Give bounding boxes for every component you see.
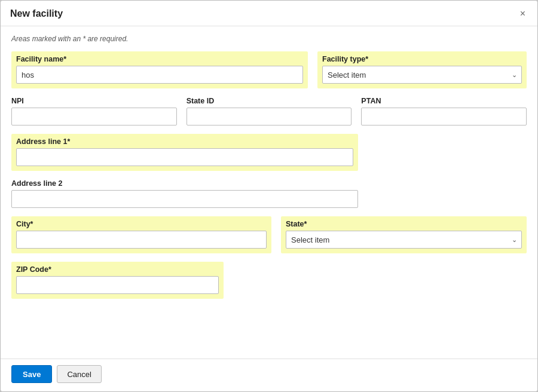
npi-input[interactable]	[11, 108, 177, 125]
address-line2-input[interactable]	[11, 190, 358, 208]
facility-name-type-row: Facility name* Facility type* Select ite…	[11, 51, 527, 88]
zip-code-input[interactable]	[16, 276, 219, 294]
npi-label: NPI	[11, 97, 177, 105]
state-id-group: State ID	[187, 97, 352, 125]
facility-name-input[interactable]	[16, 66, 303, 84]
city-label: City*	[16, 220, 267, 228]
address1-row: Address line 1*	[11, 134, 527, 171]
zip-row: ZIP Code*	[11, 262, 527, 299]
state-id-label: State ID	[187, 97, 352, 105]
facility-type-select[interactable]: Select item	[322, 66, 522, 84]
modal-overlay: New facility × Areas marked with an * ar…	[0, 0, 538, 392]
save-button[interactable]: Save	[11, 365, 52, 383]
new-facility-modal: New facility × Areas marked with an * ar…	[0, 0, 538, 392]
ptan-group: PTAN	[361, 97, 527, 125]
state-label: State*	[286, 220, 522, 228]
address-line1-label: Address line 1*	[16, 137, 353, 146]
facility-type-select-wrapper: Select item ⌄	[322, 66, 522, 84]
npi-group: NPI	[11, 97, 177, 125]
city-group: City*	[11, 216, 271, 253]
state-select[interactable]: Select item	[286, 231, 522, 249]
facility-type-group: Facility type* Select item ⌄	[317, 51, 527, 88]
state-group: State* Select item ⌄	[281, 216, 527, 253]
city-state-row: City* State* Select item ⌄	[11, 216, 527, 253]
facility-type-label: Facility type*	[322, 55, 522, 63]
address-line2-label: Address line 2	[11, 179, 358, 188]
state-select-wrapper: Select item ⌄	[286, 231, 522, 249]
facility-name-label: Facility name*	[16, 55, 303, 63]
modal-footer: Save Cancel	[1, 359, 537, 391]
state-id-input[interactable]	[187, 108, 352, 125]
ids-row: NPI State ID PTAN	[11, 97, 527, 125]
zip-code-group: ZIP Code*	[11, 262, 224, 299]
modal-header: New facility ×	[1, 1, 537, 26]
ptan-label: PTAN	[361, 97, 527, 105]
address2-row: Address line 2	[11, 179, 527, 208]
zip-code-label: ZIP Code*	[16, 265, 219, 274]
address-line1-group: Address line 1*	[11, 134, 358, 171]
address-line1-input[interactable]	[16, 148, 353, 166]
close-button[interactable]: ×	[518, 8, 528, 20]
address-line2-group: Address line 2	[11, 179, 358, 208]
facility-name-group: Facility name*	[11, 51, 308, 88]
required-note: Areas marked with an * are required.	[11, 35, 527, 43]
modal-title: New facility	[10, 8, 63, 19]
cancel-button[interactable]: Cancel	[57, 365, 101, 383]
ptan-input[interactable]	[361, 108, 527, 125]
modal-body: Areas marked with an * are required. Fac…	[1, 26, 537, 359]
city-input[interactable]	[16, 231, 267, 249]
